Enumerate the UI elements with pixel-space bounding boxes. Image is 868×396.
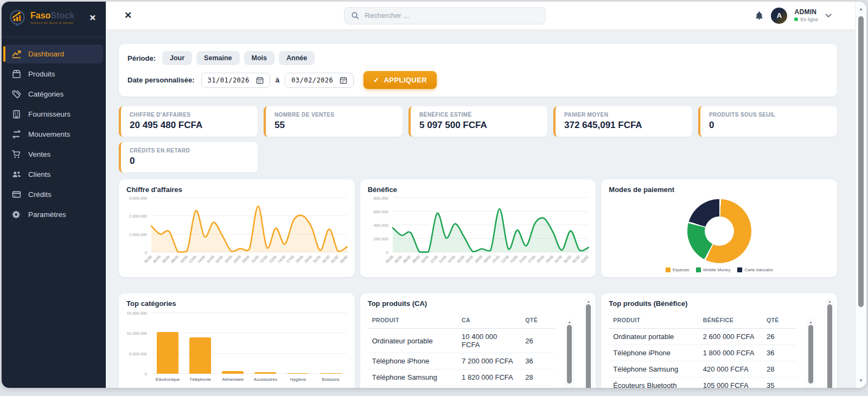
- bottom-row: Top catégories 05.000.00010.000.00015.00…: [119, 293, 837, 388]
- scroll-up-icon[interactable]: ▲: [567, 318, 571, 325]
- kpi-label: PRODUITS SOUS SEUIL: [709, 112, 828, 118]
- scrollbar-thumb[interactable]: [586, 304, 591, 388]
- sidebar-item-categories[interactable]: Catégories: [4, 85, 103, 104]
- kpi-card-creditsenretard: CRÉDITS EN RETARD0: [119, 142, 258, 173]
- x-axis: 05/0106/0108/0109/0110/0112/0114/0115/01…: [393, 252, 589, 269]
- legend-swatch: [696, 267, 701, 272]
- legend-swatch: [737, 267, 742, 272]
- kpi-card-chiffredaffaires: CHIFFRE D'AFFAIRES20 495 480 FCFA: [119, 106, 258, 137]
- revenue-area-chart: 01.000.0002.000.0003.000.00005/0106/0108…: [126, 198, 347, 269]
- table-scrollbar[interactable]: ▲: [565, 318, 574, 388]
- sidebar-item-fournisseurs[interactable]: Fournisseurs: [4, 105, 103, 124]
- sidebar-item-mouvements[interactable]: Mouvements: [4, 125, 103, 144]
- bar-label: Accessoires: [249, 377, 282, 382]
- main-area: ✕ A ADMIN En ligne: [106, 2, 866, 388]
- scrollbar-thumb[interactable]: [827, 304, 832, 388]
- donut-legend: EspècesMobile MoneyCarte bancaire: [666, 267, 773, 272]
- bar: [189, 337, 211, 374]
- date-to-field[interactable]: 03/02/2026: [285, 73, 354, 88]
- y-tick-label: 200.000: [374, 237, 388, 241]
- app-window: FasoStock Gestion de Stock & Ventes ✕ Da…: [2, 2, 866, 388]
- card-scrollbar[interactable]: ▲: [825, 298, 834, 388]
- column-header: CA: [457, 312, 521, 329]
- table-row: Ordinateur portable2 600 000 FCFA26: [609, 329, 796, 345]
- sidebar-toggle-button[interactable]: ✕: [121, 9, 135, 22]
- sidebar-item-dashboard[interactable]: Dashboard: [4, 44, 103, 63]
- bar-label: Alimentaire: [216, 377, 249, 382]
- top-products-benefit-table: PRODUITBÉNÉFICEQTÉOrdinateur portable2 6…: [609, 312, 796, 388]
- page-scrollbar[interactable]: ▲ ▼: [855, 2, 866, 388]
- sidebar-close-icon[interactable]: ✕: [87, 12, 98, 24]
- date-from-field[interactable]: 31/01/2026: [201, 73, 270, 88]
- kpi-label: NOMBRE DE VENTES: [275, 112, 394, 118]
- scrollbar-thumb[interactable]: [808, 325, 813, 384]
- sidebar-item-produits[interactable]: Produits: [4, 65, 103, 84]
- search-input[interactable]: [363, 11, 539, 20]
- bar-label: Hygiène: [282, 377, 315, 382]
- table-row: Téléphone Samsung420 000 FCFA28: [609, 361, 796, 378]
- y-tick-label: 600.000: [374, 209, 388, 214]
- notifications-bell-icon[interactable]: [755, 11, 764, 21]
- period-button-annee[interactable]: Année: [279, 51, 315, 65]
- legend-item-cartebancaire: Carte bancaire: [737, 267, 773, 272]
- scrollbar-thumb[interactable]: [858, 16, 864, 307]
- sidebar-item-clients[interactable]: Clients: [4, 165, 103, 184]
- kpi-value: 5 097 500 FCFA: [419, 120, 539, 131]
- card-scrollbar[interactable]: ▲: [584, 298, 593, 388]
- sidebar-item-credits[interactable]: Crédits: [4, 185, 103, 204]
- legend-swatch: [666, 267, 671, 272]
- kpi-value: 55: [275, 120, 394, 131]
- charts-row: Chiffre d'affaires 01.000.0002.000.0003.…: [119, 180, 837, 277]
- sidebar-item-parametres[interactable]: Paramètres: [4, 205, 103, 224]
- column-header: BÉNÉFICE: [699, 312, 762, 329]
- table-scrollbar[interactable]: ▲: [806, 318, 815, 388]
- donut: [687, 199, 751, 263]
- avatar[interactable]: A: [771, 8, 787, 24]
- table-row: Riz 25kg576 000 FCFA32: [368, 386, 555, 388]
- categories-bar-chart: 05.000.00010.000.00015.000.000Électroniq…: [126, 313, 347, 382]
- cart-icon: [12, 150, 21, 159]
- chart-title: Bénéfice: [368, 186, 589, 194]
- scroll-up-icon[interactable]: ▲: [809, 318, 813, 325]
- table-title: Top produits (Bénéfice): [609, 299, 829, 308]
- scroll-down-icon[interactable]: ▼: [856, 378, 866, 383]
- table-title: Top produits (CA): [368, 299, 589, 308]
- scroll-up-icon[interactable]: ▲: [828, 298, 832, 304]
- scroll-up-icon[interactable]: ▲: [586, 298, 590, 304]
- period-button-mois[interactable]: Mois: [244, 51, 275, 65]
- chevron-down-icon[interactable]: [825, 14, 832, 18]
- sidebar: FasoStock Gestion de Stock & Ventes ✕ Da…: [2, 2, 106, 388]
- y-tick-label: 3.000.000: [129, 196, 147, 201]
- credit-card-icon: [12, 190, 21, 199]
- period-button-jour[interactable]: Jour: [162, 51, 192, 65]
- table-row: Téléphone iPhone1 800 000 FCFA36: [609, 345, 796, 361]
- filters-panel: Période: JourSemaineMoisAnnée Date perso…: [119, 44, 837, 97]
- bar: [157, 332, 178, 374]
- brand-tagline: Gestion de Stock & Ventes: [30, 21, 74, 24]
- date-separator: à: [276, 76, 279, 84]
- table-row: Téléphone Samsung1 820 000 FCFA28: [368, 369, 555, 386]
- kpi-label: CRÉDITS EN RETARD: [130, 148, 249, 154]
- legend-item-mobilemoney: Mobile Money: [696, 267, 730, 272]
- column-header: PRODUIT: [368, 312, 457, 329]
- calendar-icon: [256, 76, 264, 84]
- y-tick-label: 1.000.000: [129, 232, 147, 237]
- online-dot: [794, 17, 798, 21]
- bar: [287, 373, 309, 374]
- y-axis: 05.000.00010.000.00015.000.000: [126, 313, 151, 374]
- revenue-chart-card: Chiffre d'affaires 01.000.0002.000.0003.…: [119, 180, 355, 277]
- search-bar[interactable]: [344, 7, 546, 24]
- kpi-card-beneficeestime: BÉNÉFICE ESTIMÉ5 097 500 FCFA: [409, 106, 547, 137]
- period-button-semaine[interactable]: Semaine: [196, 51, 239, 65]
- sidebar-item-ventes[interactable]: Ventes: [4, 145, 103, 164]
- apply-button[interactable]: ✓APPLIQUER: [363, 71, 437, 89]
- x-axis: 05/0106/0108/0109/0110/0112/0114/0115/01…: [151, 252, 347, 269]
- scrollbar-thumb[interactable]: [567, 325, 572, 384]
- profit-chart-card: Bénéfice 0200.000400.000600.000800.00005…: [360, 180, 596, 277]
- y-tick-label: 10.000.000: [126, 331, 147, 336]
- building-icon: [12, 110, 21, 119]
- bar-label: Électronique: [151, 377, 184, 382]
- top-categories-card: Top catégories 05.000.00010.000.00015.00…: [119, 293, 355, 388]
- payments-chart-card: Modes de paiement EspècesMobile MoneyCar…: [601, 180, 837, 277]
- scroll-up-icon[interactable]: ▲: [856, 7, 866, 11]
